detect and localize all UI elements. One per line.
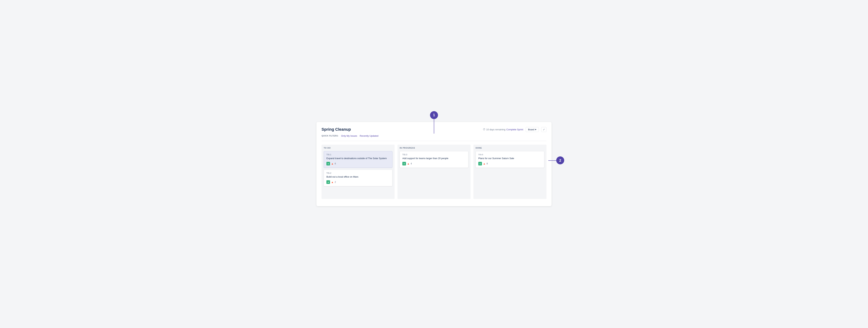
priority-icon: ▲ xyxy=(483,162,486,165)
story-points-badge: 6 xyxy=(335,162,336,165)
card-tis-5[interactable]: TIS-5Plans for our Summer Saturn Sale▲▲8 xyxy=(475,151,544,168)
card-id-tis-5: TIS-5 xyxy=(478,154,541,156)
card-title-tis-2: Build out a local office on Mars xyxy=(327,175,390,179)
story-point-icon: ▲ xyxy=(478,162,482,165)
card-title-tis-3: Add support for teams larger than 20 peo… xyxy=(402,157,466,160)
chevron-down-icon: ▾ xyxy=(535,128,536,131)
annotation-line-1 xyxy=(434,119,434,134)
card-id-tis-3: TIS-3 xyxy=(402,154,466,156)
card-id-tis-2: TIS-2 xyxy=(327,172,390,174)
story-points-badge: 4 xyxy=(411,162,412,165)
card-footer-tis-3: ▲▲4 xyxy=(402,162,466,165)
column-header-todo: TO DO xyxy=(324,147,393,149)
card-footer-tis-5: ▲▲8 xyxy=(478,162,541,165)
priority-icon: ▲ xyxy=(407,162,410,165)
story-point-icon: ▲ xyxy=(327,180,330,184)
card-tis-3[interactable]: TIS-3Add support for teams larger than 2… xyxy=(400,151,468,168)
time-remaining: ⏱ 10 days remaining Complete Sprint xyxy=(483,128,523,131)
column-done: DONETIS-5Plans for our Summer Saturn Sal… xyxy=(473,145,547,199)
story-points-badge: 2 xyxy=(335,181,336,183)
expand-icon: ⤢ xyxy=(543,128,545,131)
filter-recently-updated[interactable]: Recently Updated xyxy=(360,135,378,137)
priority-icon: ▲ xyxy=(331,181,334,184)
annotation-circle-2: 2 xyxy=(556,156,564,164)
card-id-tis-1: TIS-1 xyxy=(327,154,390,156)
clock-icon: ⏱ xyxy=(483,128,485,131)
expand-button[interactable]: ⤢ xyxy=(541,127,547,132)
column-inprogress: IN PROGRESSTIS-3Add support for teams la… xyxy=(398,145,470,199)
column-header-inprogress: IN PROGRESS xyxy=(400,147,468,149)
filter-only-my-issues[interactable]: Only My Issues xyxy=(341,135,357,137)
card-footer-tis-2: ▲▲2 xyxy=(327,180,390,184)
quick-filters: QUICK FILTERS: Only My Issues Recently U… xyxy=(321,135,547,137)
card-tis-2[interactable]: TIS-2Build out a local office on Mars▲▲2 xyxy=(324,170,393,186)
card-footer-tis-1: ▲▲6 xyxy=(327,162,390,165)
sprint-title: Spring Cleanup xyxy=(321,127,351,132)
divider xyxy=(321,141,547,141)
quick-filters-label: QUICK FILTERS: xyxy=(321,135,339,137)
column-header-done: DONE xyxy=(475,147,544,149)
card-title-tis-5: Plans for our Summer Saturn Sale xyxy=(478,157,541,160)
priority-icon: ▲ xyxy=(331,162,334,165)
story-point-icon: ▲ xyxy=(327,162,330,165)
board-container: Spring Cleanup ⏱ 10 days remaining Compl… xyxy=(316,122,552,206)
card-tis-1[interactable]: TIS-1Expand travel to destinations outsi… xyxy=(324,151,393,168)
annotation-line-2 xyxy=(548,160,556,161)
columns-container: TO DOTIS-1Expand travel to destinations … xyxy=(321,145,547,199)
story-points-badge: 8 xyxy=(487,162,488,165)
annotation-circle-1: 1 xyxy=(430,111,438,119)
complete-sprint-link[interactable]: Complete Sprint xyxy=(506,128,523,131)
column-todo: TO DOTIS-1Expand travel to destinations … xyxy=(321,145,395,199)
board-dropdown-label: Board xyxy=(528,128,534,131)
time-remaining-text: 10 days remaining xyxy=(486,128,505,131)
story-point-icon: ▲ xyxy=(402,162,406,165)
card-title-tis-1: Expand travel to destinations outside of… xyxy=(327,157,390,160)
board-dropdown-button[interactable]: Board ▾ xyxy=(526,127,539,132)
header-right: ⏱ 10 days remaining Complete Sprint Boar… xyxy=(483,127,547,132)
